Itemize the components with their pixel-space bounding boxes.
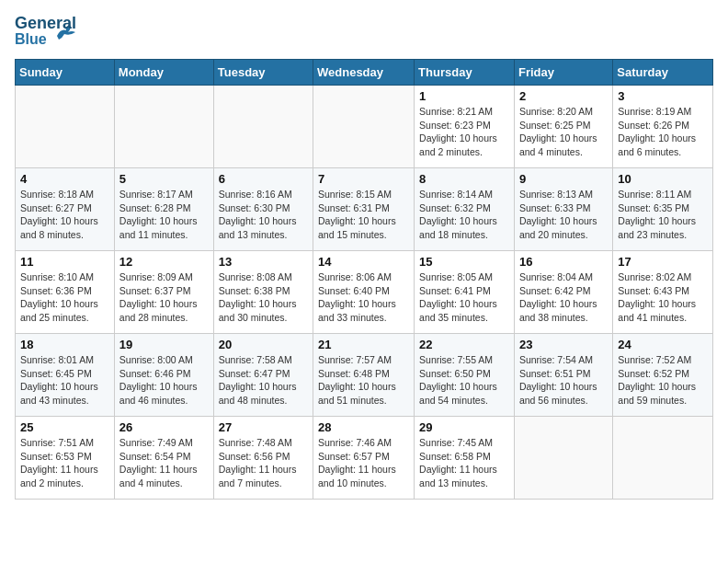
day-detail: Sunrise: 8:21 AMSunset: 6:23 PMDaylight:… (419, 105, 509, 159)
day-number: 25 (20, 420, 109, 434)
day-number: 19 (119, 338, 209, 351)
day-number: 28 (318, 420, 409, 434)
day-detail: Sunrise: 7:49 AMSunset: 6:54 PMDaylight:… (119, 436, 209, 490)
day-detail: Sunrise: 8:19 AMSunset: 6:26 PMDaylight:… (618, 105, 708, 159)
calendar-cell: 9Sunrise: 8:13 AMSunset: 6:33 PMDaylight… (514, 168, 612, 251)
day-detail: Sunrise: 8:11 AMSunset: 6:35 PMDaylight:… (618, 188, 708, 242)
day-detail: Sunrise: 8:06 AMSunset: 6:40 PMDaylight:… (318, 270, 409, 325)
day-number: 1 (419, 89, 509, 103)
weekday-header-tuesday: Tuesday (213, 60, 313, 86)
weekday-header-row: SundayMondayTuesdayWednesdayThursdayFrid… (16, 60, 713, 86)
calendar-cell (514, 417, 612, 500)
day-detail: Sunrise: 7:52 AMSunset: 6:52 PMDaylight:… (618, 353, 708, 408)
day-number: 3 (618, 89, 708, 103)
weekday-header-monday: Monday (114, 60, 213, 86)
day-detail: Sunrise: 8:18 AMSunset: 6:27 PMDaylight:… (20, 188, 109, 242)
day-detail: Sunrise: 7:46 AMSunset: 6:57 PMDaylight:… (318, 436, 409, 490)
calendar-cell: 4Sunrise: 8:18 AMSunset: 6:27 PMDaylight… (16, 168, 115, 251)
calendar-cell: 29Sunrise: 7:45 AMSunset: 6:58 PMDayligh… (415, 417, 515, 500)
calendar-cell: 5Sunrise: 8:17 AMSunset: 6:28 PMDaylight… (114, 168, 213, 251)
page-header: General Blue (15, 15, 713, 50)
day-detail: Sunrise: 7:51 AMSunset: 6:53 PMDaylight:… (20, 436, 109, 490)
day-number: 27 (219, 420, 308, 434)
calendar-cell: 28Sunrise: 7:46 AMSunset: 6:57 PMDayligh… (313, 417, 415, 500)
day-number: 23 (519, 338, 608, 351)
day-detail: Sunrise: 8:04 AMSunset: 6:42 PMDaylight:… (519, 270, 608, 325)
weekday-header-thursday: Thursday (415, 60, 515, 86)
logo: General Blue (15, 15, 77, 50)
calendar-cell (114, 86, 213, 168)
calendar-cell: 27Sunrise: 7:48 AMSunset: 6:56 PMDayligh… (213, 417, 313, 500)
day-number: 12 (119, 255, 209, 269)
calendar-cell: 13Sunrise: 8:08 AMSunset: 6:38 PMDayligh… (213, 251, 313, 334)
day-number: 26 (119, 420, 209, 434)
day-detail: Sunrise: 7:45 AMSunset: 6:58 PMDaylight:… (419, 436, 509, 490)
day-number: 11 (20, 255, 109, 269)
calendar-cell: 20Sunrise: 7:58 AMSunset: 6:47 PMDayligh… (213, 334, 313, 417)
week-row-5: 25Sunrise: 7:51 AMSunset: 6:53 PMDayligh… (16, 417, 713, 500)
day-number: 7 (318, 172, 409, 186)
day-number: 17 (618, 255, 708, 269)
calendar-cell (313, 86, 415, 168)
day-detail: Sunrise: 8:20 AMSunset: 6:25 PMDaylight:… (519, 105, 608, 159)
day-number: 8 (419, 172, 509, 186)
calendar-cell: 15Sunrise: 8:05 AMSunset: 6:41 PMDayligh… (415, 251, 515, 334)
week-row-3: 11Sunrise: 8:10 AMSunset: 6:36 PMDayligh… (16, 251, 713, 334)
calendar-cell: 24Sunrise: 7:52 AMSunset: 6:52 PMDayligh… (613, 334, 713, 417)
day-number: 2 (519, 89, 608, 103)
day-number: 10 (618, 172, 708, 186)
calendar-cell: 12Sunrise: 8:09 AMSunset: 6:37 PMDayligh… (114, 251, 213, 334)
day-detail: Sunrise: 8:14 AMSunset: 6:32 PMDaylight:… (419, 188, 509, 242)
week-row-2: 4Sunrise: 8:18 AMSunset: 6:27 PMDaylight… (16, 168, 713, 251)
weekday-header-sunday: Sunday (16, 60, 115, 86)
day-detail: Sunrise: 8:10 AMSunset: 6:36 PMDaylight:… (20, 270, 109, 325)
day-detail: Sunrise: 7:54 AMSunset: 6:51 PMDaylight:… (519, 353, 608, 408)
calendar-cell: 17Sunrise: 8:02 AMSunset: 6:43 PMDayligh… (613, 251, 713, 334)
calendar-cell: 6Sunrise: 8:16 AMSunset: 6:30 PMDaylight… (213, 168, 313, 251)
day-number: 5 (119, 172, 209, 186)
calendar-cell: 8Sunrise: 8:14 AMSunset: 6:32 PMDaylight… (415, 168, 515, 251)
day-number: 4 (20, 172, 109, 186)
day-detail: Sunrise: 8:16 AMSunset: 6:30 PMDaylight:… (219, 188, 308, 242)
calendar-cell (16, 86, 115, 168)
calendar-cell: 1Sunrise: 8:21 AMSunset: 6:23 PMDaylight… (415, 86, 515, 168)
day-number: 9 (519, 172, 608, 186)
day-number: 14 (318, 255, 409, 269)
day-detail: Sunrise: 8:09 AMSunset: 6:37 PMDaylight:… (119, 270, 209, 325)
calendar-cell: 21Sunrise: 7:57 AMSunset: 6:48 PMDayligh… (313, 334, 415, 417)
day-detail: Sunrise: 7:58 AMSunset: 6:47 PMDaylight:… (219, 353, 308, 408)
calendar-cell (613, 417, 713, 500)
day-detail: Sunrise: 8:08 AMSunset: 6:38 PMDaylight:… (219, 270, 308, 325)
day-number: 13 (219, 255, 308, 269)
day-detail: Sunrise: 8:17 AMSunset: 6:28 PMDaylight:… (119, 188, 209, 242)
weekday-header-friday: Friday (514, 60, 612, 86)
calendar-cell: 18Sunrise: 8:01 AMSunset: 6:45 PMDayligh… (16, 334, 115, 417)
day-detail: Sunrise: 8:05 AMSunset: 6:41 PMDaylight:… (419, 270, 509, 325)
calendar-cell: 23Sunrise: 7:54 AMSunset: 6:51 PMDayligh… (514, 334, 612, 417)
day-detail: Sunrise: 8:00 AMSunset: 6:46 PMDaylight:… (119, 353, 209, 408)
calendar-cell: 2Sunrise: 8:20 AMSunset: 6:25 PMDaylight… (514, 86, 612, 168)
calendar-cell: 16Sunrise: 8:04 AMSunset: 6:42 PMDayligh… (514, 251, 612, 334)
day-detail: Sunrise: 7:48 AMSunset: 6:56 PMDaylight:… (219, 436, 308, 490)
day-detail: Sunrise: 7:55 AMSunset: 6:50 PMDaylight:… (419, 353, 509, 408)
weekday-header-saturday: Saturday (613, 60, 713, 86)
day-detail: Sunrise: 8:13 AMSunset: 6:33 PMDaylight:… (519, 188, 608, 242)
day-detail: Sunrise: 8:15 AMSunset: 6:31 PMDaylight:… (318, 188, 409, 242)
calendar-cell: 11Sunrise: 8:10 AMSunset: 6:36 PMDayligh… (16, 251, 115, 334)
day-number: 18 (20, 338, 109, 351)
day-number: 24 (618, 338, 708, 351)
calendar-cell: 10Sunrise: 8:11 AMSunset: 6:35 PMDayligh… (613, 168, 713, 251)
calendar-cell: 25Sunrise: 7:51 AMSunset: 6:53 PMDayligh… (16, 417, 115, 500)
day-number: 29 (419, 420, 509, 434)
calendar-cell: 19Sunrise: 8:00 AMSunset: 6:46 PMDayligh… (114, 334, 213, 417)
day-number: 16 (519, 255, 608, 269)
calendar-table: SundayMondayTuesdayWednesdayThursdayFrid… (15, 59, 713, 500)
day-number: 20 (219, 338, 308, 351)
day-detail: Sunrise: 8:01 AMSunset: 6:45 PMDaylight:… (20, 353, 109, 408)
day-number: 21 (318, 338, 409, 351)
calendar-cell: 14Sunrise: 8:06 AMSunset: 6:40 PMDayligh… (313, 251, 415, 334)
week-row-4: 18Sunrise: 8:01 AMSunset: 6:45 PMDayligh… (16, 334, 713, 417)
day-number: 22 (419, 338, 509, 351)
week-row-1: 1Sunrise: 8:21 AMSunset: 6:23 PMDaylight… (16, 86, 713, 168)
calendar-cell: 22Sunrise: 7:55 AMSunset: 6:50 PMDayligh… (415, 334, 515, 417)
